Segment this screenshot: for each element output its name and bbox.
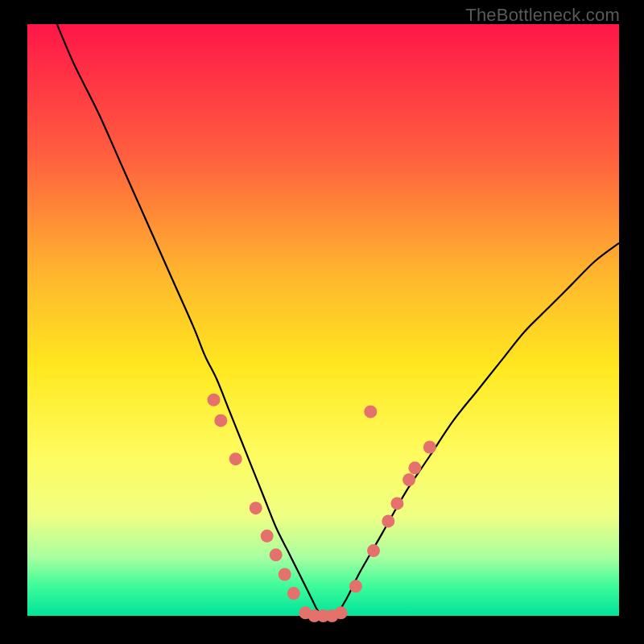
curve-marker [287,587,300,600]
curve-marker [402,473,415,486]
curve-marker [270,548,283,561]
bottleneck-curve-svg [27,24,619,616]
curve-marker [390,497,403,510]
curve-marker [423,441,436,454]
curve-marker [367,544,380,557]
curve-marker [214,414,227,427]
curve-marker [279,568,291,581]
plot-area [27,24,619,616]
curve-marker [208,394,221,407]
chart-frame: TheBottleneck.com [0,0,644,644]
bottleneck-curve-path [57,24,619,617]
curve-marker [261,530,274,543]
curve-markers-group [208,394,436,622]
curve-marker [335,606,348,619]
curve-marker [250,502,262,514]
curve-marker [349,580,362,592]
curve-marker [408,461,421,474]
watermark-text: TheBottleneck.com [465,5,620,26]
curve-marker [229,452,242,465]
curve-marker [364,405,377,418]
curve-marker [382,514,394,527]
